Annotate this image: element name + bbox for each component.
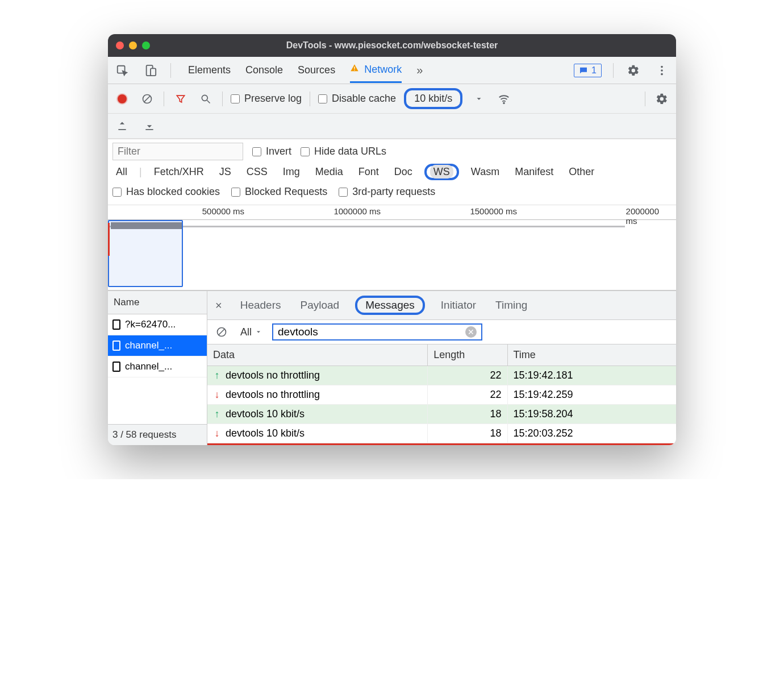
messages-highlight: Messages [355, 296, 425, 315]
network-conditions-icon[interactable] [495, 90, 512, 107]
filter-section: Invert Hide data URLs All | Fetch/XHR JS… [108, 139, 676, 205]
throttling-dropdown-icon[interactable] [470, 90, 487, 107]
tab-network[interactable]: Network [350, 58, 402, 83]
message-row[interactable]: ↓devtools 10 kbit/s1815:20:03.252 [207, 424, 676, 443]
third-party-checkbox[interactable]: 3rd-party requests [339, 186, 435, 198]
svg-point-5 [661, 65, 663, 68]
kebab-menu-icon[interactable] [653, 62, 670, 79]
message-row[interactable]: ↑devtools no throttling2215:19:42.181 [207, 366, 676, 385]
filter-doc[interactable]: Doc [391, 165, 416, 179]
svg-point-12 [503, 102, 504, 103]
resource-type-filter: All | Fetch/XHR JS CSS Img Media Font Do… [112, 164, 672, 180]
filter-css[interactable]: CSS [243, 165, 271, 179]
invert-checkbox[interactable]: Invert [252, 146, 291, 157]
timeline-tick: 1500000 ms [470, 206, 517, 216]
filter-ws-highlight: WS [424, 164, 459, 180]
titlebar: DevTools - www.piesocket.com/websocket-t… [108, 34, 676, 57]
file-icon [112, 319, 120, 330]
requests-header: Name [108, 291, 207, 314]
detail-tab-initiator[interactable]: Initiator [437, 297, 479, 314]
network-toolbar: Preserve log Disable cache 10 kbit/s [108, 84, 676, 114]
har-toolbar [108, 114, 676, 139]
timeline-tick: 1000000 ms [333, 206, 381, 216]
network-settings-icon[interactable] [653, 90, 670, 107]
export-har-icon[interactable] [141, 118, 158, 135]
issues-badge[interactable]: 1 [574, 64, 602, 77]
tab-elements[interactable]: Elements [188, 59, 231, 82]
settings-icon[interactable] [625, 62, 642, 79]
more-tabs-button[interactable]: » [416, 64, 423, 77]
request-row[interactable]: channel_... [108, 356, 207, 377]
main-toolbar: Elements Console Sources Network » 1 [108, 57, 676, 84]
filter-media[interactable]: Media [312, 165, 347, 179]
svg-rect-2 [151, 68, 156, 76]
tab-sources[interactable]: Sources [298, 59, 335, 82]
filter-js[interactable]: JS [216, 165, 235, 179]
tab-console[interactable]: Console [245, 59, 283, 82]
request-row[interactable]: channel_... [108, 335, 207, 356]
arrow-up-icon: ↑ [213, 369, 221, 381]
close-detail-icon[interactable]: × [213, 299, 224, 312]
messages-table: Data Length Time ↑devtools no throttling… [207, 344, 676, 443]
requests-list: Name ?k=62470... channel_... channel_...… [108, 291, 207, 445]
message-row[interactable]: ↓devtools no throttling2215:19:42.259 [207, 385, 676, 405]
filter-wasm[interactable]: Wasm [468, 165, 503, 179]
svg-rect-4 [354, 69, 355, 70]
arrow-down-icon: ↓ [213, 389, 221, 401]
filter-fetch-xhr[interactable]: Fetch/XHR [151, 165, 207, 179]
inspect-element-icon[interactable] [114, 62, 131, 79]
message-direction-filter[interactable]: All [237, 325, 265, 339]
window-title: DevTools - www.piesocket.com/websocket-t… [108, 40, 676, 51]
panel-tabs: Elements Console Sources Network » [188, 58, 423, 83]
message-row[interactable]: ↑devtools 10 kbit/s1815:19:58.204 [207, 405, 676, 424]
recording-marker [207, 443, 676, 445]
warning-icon [350, 64, 359, 73]
svg-point-7 [661, 73, 663, 75]
message-filter-bar: All ✕ [207, 320, 676, 344]
col-data[interactable]: Data [207, 344, 428, 366]
requests-split: Name ?k=62470... channel_... channel_...… [108, 290, 676, 445]
request-detail-pane: × Headers Payload Messages Initiator Tim… [207, 291, 676, 445]
clear-messages-icon[interactable] [213, 323, 230, 340]
message-search-input[interactable]: ✕ [272, 323, 482, 340]
filter-input[interactable] [112, 143, 243, 160]
detail-tab-messages[interactable]: Messages [362, 297, 418, 313]
hide-data-urls-checkbox[interactable]: Hide data URLs [301, 146, 386, 157]
clear-search-icon[interactable]: ✕ [465, 326, 477, 338]
svg-line-14 [219, 329, 224, 335]
devtools-window: DevTools - www.piesocket.com/websocket-t… [108, 34, 676, 445]
throttling-selector[interactable]: 10 kbit/s [404, 88, 462, 109]
filter-all[interactable]: All [112, 165, 131, 179]
file-icon [112, 362, 120, 372]
svg-line-9 [144, 96, 150, 102]
filter-font[interactable]: Font [355, 165, 382, 179]
filter-ws[interactable]: WS [430, 165, 453, 178]
arrow-up-icon: ↑ [213, 408, 221, 420]
detail-tab-headers[interactable]: Headers [237, 297, 285, 314]
blocked-requests-checkbox[interactable]: Blocked Requests [231, 186, 327, 198]
requests-status: 3 / 58 requests [108, 424, 207, 445]
svg-line-11 [207, 100, 210, 103]
blocked-cookies-checkbox[interactable]: Has blocked cookies [112, 186, 220, 198]
detail-tab-payload[interactable]: Payload [297, 297, 343, 314]
device-toolbar-icon[interactable] [142, 62, 159, 79]
import-har-icon[interactable] [114, 118, 131, 135]
timeline-tick: 500000 ms [202, 206, 244, 216]
arrow-down-icon: ↓ [213, 427, 221, 439]
filter-other[interactable]: Other [565, 165, 598, 179]
file-icon [112, 340, 120, 351]
svg-point-10 [202, 95, 207, 101]
record-button[interactable] [114, 90, 131, 107]
search-icon[interactable] [197, 90, 214, 107]
filter-img[interactable]: Img [280, 165, 303, 179]
clear-button[interactable] [139, 90, 156, 107]
overview-timeline[interactable]: 500000 ms 1000000 ms 1500000 ms 2000000 … [108, 205, 676, 290]
request-row[interactable]: ?k=62470... [108, 314, 207, 335]
preserve-log-checkbox[interactable]: Preserve log [231, 93, 302, 105]
disable-cache-checkbox[interactable]: Disable cache [318, 93, 396, 105]
detail-tab-timing[interactable]: Timing [492, 297, 531, 314]
col-length[interactable]: Length [428, 344, 507, 366]
filter-manifest[interactable]: Manifest [511, 165, 557, 179]
filter-icon[interactable] [172, 90, 189, 107]
col-time[interactable]: Time [507, 344, 676, 366]
